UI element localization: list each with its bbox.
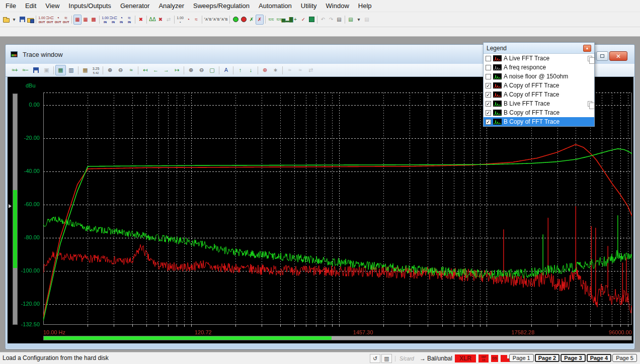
channel-config-a-button[interactable]: °A°B [204,15,212,25]
generator-output-filter-button[interactable]: ≈OUT [62,15,70,25]
copy-a-to-b-button[interactable]: A [221,65,231,75]
legend-titlebar[interactable]: Legend ▴ [484,43,594,54]
sweep-skip-button[interactable]: ⇄ [165,15,173,25]
legend-checkbox-3[interactable]: ✓ [486,83,491,88]
keyboard-monitor-button[interactable]: ▥ [381,354,392,363]
copy-trace-button[interactable]: ▣ [41,65,52,75]
legend-item-4[interactable]: ✓A Copy of FFT Trace [484,90,594,99]
analyzer-input-connect-button[interactable]: ⊃⊂IN [109,15,117,25]
load-config-button[interactable] [26,15,34,25]
close-button[interactable]: ✕ [609,51,627,61]
print-button[interactable]: ▤ [335,15,343,25]
start-button[interactable] [231,15,239,25]
stop-button[interactable] [239,15,248,25]
report-dropdown[interactable]: ▾ [355,15,363,25]
monitor-level-button[interactable]: 1.00▪ [176,15,184,25]
monitor-filter-button[interactable]: ≈ [192,15,200,25]
legend-rollup-button[interactable]: ▴ [583,45,591,52]
menu-analyzer[interactable]: Analyzer [154,1,189,11]
page-tab-2[interactable]: Page 2 [535,354,559,362]
show-values-button[interactable]: 3.255.42 [91,65,101,75]
menu-utility[interactable]: Utility [296,1,322,11]
sweep-points-1-button[interactable]: ≈≈ [267,15,275,25]
menu-view[interactable]: View [41,1,64,11]
marker-up-button[interactable]: ↑ [235,65,246,75]
monitor-loop-button[interactable]: ↺ [370,354,380,363]
generator-function-off-button[interactable]: ▩ [90,15,98,25]
store-trace-button[interactable] [31,65,41,75]
maximize-button[interactable] [596,51,608,61]
legend-item-2[interactable]: A noise floor @ 150ohm [484,72,594,81]
menu-help[interactable]: Help [354,1,376,11]
report-button[interactable]: ▤ [347,15,355,25]
page-tab-4[interactable]: Page 4 [587,354,611,362]
sweep-waveform-button[interactable]: ΔΔ [148,15,156,25]
zoom-y-out-button[interactable]: ⊖ [196,65,207,75]
bargraph-button[interactable]: ▅▂▇ [283,15,291,25]
report-view-button[interactable]: ▤ [363,15,371,25]
channel-config-ab-button[interactable]: °A°B [220,15,228,25]
legend-checkbox-6[interactable]: ✓ [486,110,491,116]
menu-inputs-outputs[interactable]: Inputs/Outputs [64,1,116,11]
menu-window[interactable]: Window [322,1,354,11]
zoom-x-in-button[interactable]: ⊕ [105,65,115,75]
menu-generator[interactable]: Generator [116,1,154,11]
legend-checkbox-4[interactable]: ✓ [486,92,491,98]
analyzer-input-filter-button[interactable]: ≈IN [125,15,133,25]
menu-edit[interactable]: Edit [21,1,41,11]
autoscale-button[interactable]: ▢ [207,65,217,75]
bargraph-marker-button[interactable]: + [291,15,299,25]
legend-checkbox-1[interactable] [486,65,491,70]
legend-checkbox-0[interactable] [486,56,491,61]
zoom-x-out-button[interactable]: ⊖ [115,65,126,75]
generator-output-level-button[interactable]: 1.00OUT [38,15,46,25]
zoom-y-in-button[interactable]: ⊕ [186,65,196,75]
generator-output-gauge-button[interactable]: ◔OUT [54,15,62,25]
marker-down-button[interactable]: ↓ [246,65,256,75]
channel-config-b-button[interactable]: °A°B [212,15,220,25]
unzoom-button[interactable]: ≈ [126,65,136,75]
scan-first-button[interactable]: ↤ [140,65,150,75]
shift-axis-button[interactable]: ⇄ [305,65,316,75]
generator-function-b-button[interactable]: ▦ [82,15,90,25]
legend-item-3[interactable]: ✓A Copy of FFT Trace [484,81,594,90]
redo-button[interactable]: ↷ [327,15,335,25]
analyzer-input-gauge-button[interactable]: ◔IN [117,15,125,25]
scan-next-button[interactable]: → [161,65,172,75]
edit-scale-button[interactable]: ▦ [80,65,91,75]
legend-item-6[interactable]: ✓B Copy of FFT Trace [484,108,594,117]
set-marker-button[interactable]: ⊕ [260,65,270,75]
generator-function-a-button[interactable]: ▦ [73,15,82,25]
cursor-2-button[interactable]: ≈ [295,65,305,75]
legend-item-5[interactable]: ✓B Live FFT Trace [484,99,594,108]
legend-item-7[interactable]: ✓B Copy of FFT Trace [484,117,594,126]
menu-file[interactable]: File [1,1,21,11]
marker-mode-button[interactable]: ∗ [270,65,281,75]
generator-output-connect-button[interactable]: ⊃⊂OUT [46,15,54,25]
open-config-dropdown[interactable]: ▾ [10,15,18,25]
legend-checkbox-7[interactable]: ✓ [486,119,491,125]
save-config-button[interactable] [18,15,26,25]
single-sweep-button[interactable]: ✗ [248,15,256,25]
marker-valid-button[interactable]: ✓ [299,15,307,25]
monitor-gauge-button[interactable]: ◔ [184,15,192,25]
disconnect-button[interactable]: ✖ [137,15,145,25]
remove-trace-button[interactable]: ≈− [20,65,31,75]
show-graph-table-button[interactable]: ▥ [66,65,76,75]
page-tab-5[interactable]: Page 5 [612,354,637,362]
sweep-delete-button[interactable]: ✖ [156,15,165,25]
show-graph-button[interactable]: ▦ [55,65,66,75]
page-tab-1[interactable]: Page 1 [509,354,534,362]
waterfall-button[interactable] [307,15,315,25]
menu-automation[interactable]: Automation [254,1,296,11]
open-config-button[interactable] [2,15,10,25]
legend-item-1[interactable]: A freq responce [484,63,594,72]
scan-last-button[interactable]: ↦ [172,65,182,75]
scan-prev-button[interactable]: ← [150,65,161,75]
undo-button[interactable]: ↶ [319,15,327,25]
add-trace-button[interactable]: ≈+ [10,65,20,75]
analyzer-input-level-button[interactable]: 1.00IN [101,15,109,25]
abort-sweep-button[interactable]: ✗ [256,15,264,25]
cursor-1-button[interactable]: ≈ [284,65,295,75]
legend-item-0[interactable]: A Live FFT Trace [484,54,594,63]
